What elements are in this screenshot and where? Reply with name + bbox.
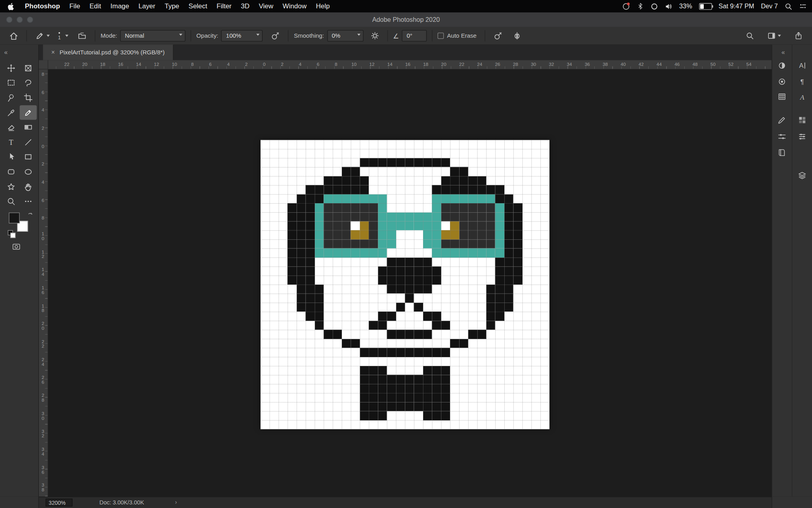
gradient-tool[interactable] [20,120,37,135]
panel-icon-info[interactable] [778,92,786,101]
zoom-tool[interactable] [3,194,20,209]
menu-item-photoshop[interactable]: Photoshop [20,0,65,12]
pixel [486,203,495,212]
menu-clock[interactable]: Sat 9:47 PM [718,3,754,10]
foreground-color-swatch[interactable] [9,213,19,223]
pixel [333,194,342,203]
hand-tool[interactable] [20,179,37,194]
panel-icon-character[interactable]: A [798,61,806,70]
spotlight-icon[interactable] [785,2,793,10]
status-options-chevron[interactable]: › [175,498,177,505]
marquee-tool[interactable] [3,75,20,90]
pixel [432,221,441,231]
crop-tool[interactable] [20,90,37,105]
mode-dropdown[interactable]: Normal [120,30,186,42]
menu-item-file[interactable]: File [65,0,85,12]
panel-icon-brush-settings[interactable] [778,115,786,124]
menu-item-type[interactable]: Type [160,0,184,12]
menu-item-filter[interactable]: Filter [212,0,236,12]
canvas[interactable] [260,140,550,429]
line-tool[interactable] [20,135,37,150]
share-icon[interactable] [791,32,806,40]
tool-preset-button[interactable] [32,31,53,40]
panel-icon-glyphs[interactable]: A [798,93,806,102]
menu-item-edit[interactable]: Edit [85,0,106,12]
auto-erase-control[interactable]: Auto Erase [438,33,480,39]
eraser-tool[interactable] [3,120,20,135]
quick-mask-icon[interactable] [11,242,21,251]
zoom-level-field[interactable]: 3200% [46,498,73,506]
ellipse-tool[interactable] [20,164,37,179]
panel-icon-properties[interactable] [798,132,806,141]
ruler-label: 12 [370,62,375,67]
menu-item-select[interactable]: Select [184,0,212,12]
menu-item-view[interactable]: View [254,0,278,12]
close-tab-icon[interactable]: × [51,49,55,56]
smoothing-dropdown[interactable]: 0% [327,30,363,42]
panel-icon-paragraph[interactable]: ¶ [798,77,806,86]
frame-tool[interactable] [20,61,37,75]
pixel [360,384,369,393]
home-button[interactable] [6,31,21,40]
opacity-pressure-icon[interactable] [268,31,283,40]
menu-item-layer[interactable]: Layer [134,0,160,12]
ruler-label: 16 [118,62,123,67]
pixel [396,330,405,339]
zoom-window-button[interactable] [27,17,33,23]
move-tool[interactable] [3,61,20,75]
eyedropper-tool[interactable] [3,105,20,120]
opacity-dropdown[interactable]: 100% [221,30,262,42]
menu-device[interactable]: Dev 7 [761,3,778,10]
apple-menu-icon[interactable] [0,2,20,10]
menu-item-help[interactable]: Help [311,0,334,12]
pixel [360,402,369,411]
paint-symmetry-icon[interactable] [509,31,525,40]
toggle-brush-panel-button[interactable] [75,31,90,40]
document-tab[interactable]: × PixelArtTutorial.psd @ 3200% (RGB/8*) [43,44,173,60]
ruler-label: 36 [585,62,590,67]
menu-item-window[interactable]: Window [278,0,311,12]
battery-icon [699,3,712,10]
size-pressure-icon[interactable] [490,31,506,40]
ruler-label: 3 2 [39,429,47,439]
search-icon[interactable] [743,32,757,40]
panel-icon-libraries[interactable] [778,148,786,157]
rounded-rectangle-tool[interactable] [3,164,20,179]
panel-icon-swatches[interactable] [798,115,806,124]
menu-item-3d[interactable]: 3D [236,0,254,12]
more-tool[interactable] [20,194,37,209]
path-select-tool[interactable] [3,150,20,164]
svg-text:¶: ¶ [801,78,804,86]
status-ring-icon[interactable] [650,2,658,10]
ruler-label: 24 [477,62,482,67]
angle-field[interactable]: 0° [402,30,427,42]
type-tool[interactable]: T [3,135,20,150]
control-center-icon[interactable] [799,3,807,10]
close-window-button[interactable] [6,17,13,23]
volume-icon[interactable] [665,2,672,10]
panel-icon-tool-presets[interactable] [778,132,786,141]
tools-grid: T [3,61,37,209]
pixel [324,221,333,231]
brush-preview[interactable]: 1 [58,32,61,40]
app-badge-icon[interactable] [622,2,630,10]
rectangle-tool[interactable] [20,150,37,164]
panel-icon-adjustments[interactable] [778,61,786,70]
smoothing-options-gear-icon[interactable] [368,32,382,40]
swap-colors-icon[interactable] [27,212,34,218]
menu-item-image[interactable]: Image [106,0,134,12]
collapse-tools-icon[interactable]: « [4,49,8,56]
pencil-tool[interactable] [20,105,37,120]
lasso-tool[interactable] [20,75,37,90]
workspace-switcher-icon[interactable] [764,32,784,40]
auto-erase-checkbox[interactable] [438,33,444,39]
pixel [369,248,378,258]
custom-shape-tool[interactable] [3,179,20,194]
quick-select-tool[interactable] [3,90,20,105]
panel-icon-layers[interactable] [798,171,806,180]
brush-picker-caret[interactable] [65,35,69,37]
bluetooth-icon[interactable] [637,3,643,10]
pixel [513,275,523,285]
panel-icon-color[interactable] [778,77,786,86]
minimize-window-button[interactable] [17,17,23,23]
